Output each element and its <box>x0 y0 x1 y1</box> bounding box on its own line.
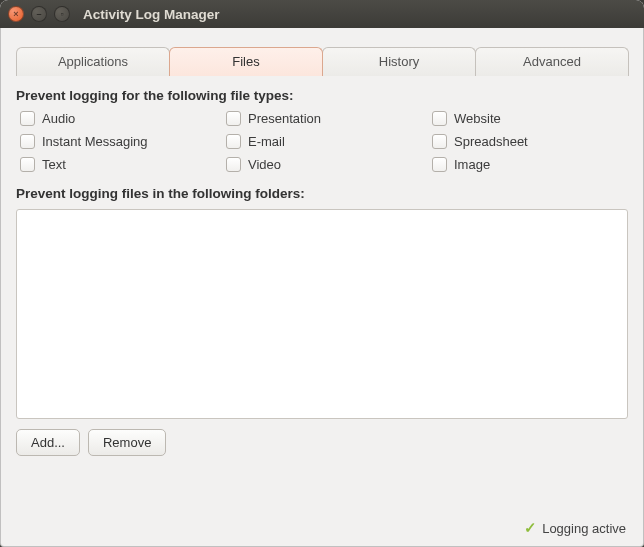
check-item-audio: Audio <box>20 111 216 126</box>
window: × – ▫ Activity Log Manager Applications … <box>0 0 644 547</box>
remove-button[interactable]: Remove <box>88 429 166 456</box>
status-line: ✓ Logging active <box>524 519 626 537</box>
checkbox-text[interactable] <box>20 157 35 172</box>
checkbox-audio[interactable] <box>20 111 35 126</box>
check-item-website: Website <box>432 111 628 126</box>
check-item-presentation: Presentation <box>226 111 422 126</box>
close-button[interactable]: × <box>8 6 24 22</box>
label-spreadsheet[interactable]: Spreadsheet <box>454 134 528 149</box>
folders-heading: Prevent logging files in the following f… <box>16 186 628 201</box>
folder-list[interactable] <box>16 209 628 419</box>
checkbox-presentation[interactable] <box>226 111 241 126</box>
check-icon: ✓ <box>524 519 537 537</box>
tab-history[interactable]: History <box>322 47 476 76</box>
minimize-button[interactable]: – <box>31 6 47 22</box>
check-item-instant-messaging: Instant Messaging <box>20 134 216 149</box>
checkbox-video[interactable] <box>226 157 241 172</box>
check-item-video: Video <box>226 157 422 172</box>
checkbox-image[interactable] <box>432 157 447 172</box>
checkbox-website[interactable] <box>432 111 447 126</box>
content-area: Applications Files History Advanced Prev… <box>0 28 644 466</box>
checkbox-email[interactable] <box>226 134 241 149</box>
label-audio[interactable]: Audio <box>42 111 75 126</box>
check-item-text: Text <box>20 157 216 172</box>
label-text[interactable]: Text <box>42 157 66 172</box>
label-video[interactable]: Video <box>248 157 281 172</box>
folder-buttons: Add... Remove <box>16 429 628 456</box>
add-button[interactable]: Add... <box>16 429 80 456</box>
status-text: Logging active <box>542 521 626 536</box>
tab-bar: Applications Files History Advanced <box>16 46 628 76</box>
label-website[interactable]: Website <box>454 111 501 126</box>
checkbox-instant-messaging[interactable] <box>20 134 35 149</box>
tab-applications[interactable]: Applications <box>16 47 170 76</box>
tab-advanced[interactable]: Advanced <box>475 47 629 76</box>
label-image[interactable]: Image <box>454 157 490 172</box>
label-email[interactable]: E-mail <box>248 134 285 149</box>
check-item-spreadsheet: Spreadsheet <box>432 134 628 149</box>
maximize-button[interactable]: ▫ <box>54 6 70 22</box>
checkbox-spreadsheet[interactable] <box>432 134 447 149</box>
check-item-image: Image <box>432 157 628 172</box>
file-types-grid: Audio Presentation Website Instant Messa… <box>20 111 628 172</box>
tab-files[interactable]: Files <box>169 47 323 76</box>
label-instant-messaging[interactable]: Instant Messaging <box>42 134 148 149</box>
check-item-email: E-mail <box>226 134 422 149</box>
titlebar: × – ▫ Activity Log Manager <box>0 0 644 28</box>
file-types-heading: Prevent logging for the following file t… <box>16 88 628 103</box>
window-title: Activity Log Manager <box>83 7 220 22</box>
label-presentation[interactable]: Presentation <box>248 111 321 126</box>
